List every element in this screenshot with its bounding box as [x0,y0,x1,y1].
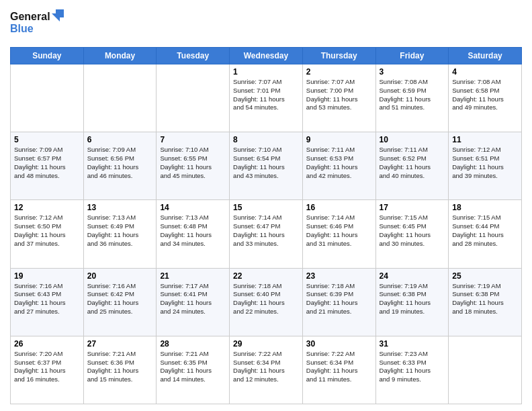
svg-marker-2 [52,13,60,21]
calendar-cell: 15Sunrise: 7:14 AMSunset: 6:47 PMDayligh… [230,200,303,268]
calendar-cell: 27Sunrise: 7:21 AMSunset: 6:36 PMDayligh… [83,336,157,404]
day-number: 15 [233,203,299,212]
day-info: Sunrise: 7:16 AMSunset: 6:43 PMDaylight:… [14,282,80,316]
calendar-cell: 1Sunrise: 7:07 AMSunset: 7:01 PMDaylight… [230,64,303,132]
day-number: 31 [380,339,445,349]
day-info: Sunrise: 7:19 AMSunset: 6:38 PMDaylight:… [380,282,445,316]
day-number: 1 [233,67,299,77]
day-number: 10 [380,135,445,144]
calendar-cell: 11Sunrise: 7:12 AMSunset: 6:51 PMDayligh… [449,132,522,200]
logo-content: General Blue [10,7,71,42]
day-number: 28 [160,339,226,349]
day-info: Sunrise: 7:21 AMSunset: 6:35 PMDaylight:… [160,350,226,384]
calendar-cell: 17Sunrise: 7:15 AMSunset: 6:45 PMDayligh… [375,200,449,268]
day-info: Sunrise: 7:22 AMSunset: 6:34 PMDaylight:… [306,350,372,384]
page: General Blue SundayMondayTuesdayWednesda… [0,0,532,411]
day-info: Sunrise: 7:15 AMSunset: 6:44 PMDaylight:… [452,214,518,248]
calendar-cell: 30Sunrise: 7:22 AMSunset: 6:34 PMDayligh… [302,336,375,404]
calendar-cell: 23Sunrise: 7:18 AMSunset: 6:39 PMDayligh… [302,268,375,336]
calendar-cell: 26Sunrise: 7:20 AMSunset: 6:37 PMDayligh… [11,336,84,404]
day-number: 21 [160,271,226,281]
day-info: Sunrise: 7:10 AMSunset: 6:54 PMDaylight:… [233,146,299,180]
calendar-cell [157,64,230,132]
calendar-cell: 8Sunrise: 7:10 AMSunset: 6:54 PMDaylight… [230,132,303,200]
day-info: Sunrise: 7:12 AMSunset: 6:51 PMDaylight:… [452,146,518,180]
day-info: Sunrise: 7:21 AMSunset: 6:36 PMDaylight:… [87,350,153,384]
day-number: 29 [233,339,299,349]
day-number: 6 [87,135,153,144]
day-info: Sunrise: 7:23 AMSunset: 6:33 PMDaylight:… [380,350,445,384]
calendar-cell: 14Sunrise: 7:13 AMSunset: 6:48 PMDayligh… [157,200,230,268]
day-info: Sunrise: 7:22 AMSunset: 6:34 PMDaylight:… [233,350,299,384]
calendar-cell: 19Sunrise: 7:16 AMSunset: 6:43 PMDayligh… [11,268,84,336]
day-number: 7 [160,135,226,144]
day-number: 11 [452,135,518,144]
day-number: 26 [14,339,80,349]
calendar-cell: 18Sunrise: 7:15 AMSunset: 6:44 PMDayligh… [449,200,522,268]
day-number: 9 [306,135,372,144]
calendar-cell: 29Sunrise: 7:22 AMSunset: 6:34 PMDayligh… [230,336,303,404]
day-number: 18 [452,203,518,212]
day-number: 27 [87,339,153,349]
svg-text:General: General [10,11,50,22]
logo-svg: General Blue [10,7,71,39]
day-number: 12 [14,203,80,212]
day-number: 2 [306,67,372,77]
calendar-cell [449,336,522,404]
calendar-cell: 3Sunrise: 7:08 AMSunset: 6:59 PMDaylight… [375,64,449,132]
day-number: 4 [452,67,518,77]
day-number: 14 [160,203,226,212]
day-info: Sunrise: 7:11 AMSunset: 6:52 PMDaylight:… [380,146,445,180]
day-info: Sunrise: 7:14 AMSunset: 6:47 PMDaylight:… [233,214,299,248]
day-info: Sunrise: 7:17 AMSunset: 6:41 PMDaylight:… [160,282,226,316]
day-number: 25 [452,271,518,281]
calendar-cell [83,64,157,132]
day-number: 23 [306,271,372,281]
calendar-table: SundayMondayTuesdayWednesdayThursdayFrid… [10,47,522,404]
day-number: 8 [233,135,299,144]
day-info: Sunrise: 7:08 AMSunset: 6:58 PMDaylight:… [452,78,518,112]
calendar-cell: 2Sunrise: 7:07 AMSunset: 7:00 PMDaylight… [302,64,375,132]
logo: General Blue [10,7,71,42]
calendar-cell [11,64,84,132]
calendar-week-0: 1Sunrise: 7:07 AMSunset: 7:01 PMDaylight… [11,64,522,132]
day-number: 17 [380,203,445,212]
day-number: 19 [14,271,80,281]
calendar-cell: 25Sunrise: 7:19 AMSunset: 6:38 PMDayligh… [449,268,522,336]
day-info: Sunrise: 7:09 AMSunset: 6:57 PMDaylight:… [14,146,80,180]
calendar-header-row: SundayMondayTuesdayWednesdayThursdayFrid… [11,48,522,64]
calendar-cell: 16Sunrise: 7:14 AMSunset: 6:46 PMDayligh… [302,200,375,268]
calendar-cell: 5Sunrise: 7:09 AMSunset: 6:57 PMDaylight… [11,132,84,200]
day-header-tuesday: Tuesday [157,48,230,64]
day-info: Sunrise: 7:18 AMSunset: 6:39 PMDaylight:… [306,282,372,316]
calendar-cell: 20Sunrise: 7:16 AMSunset: 6:42 PMDayligh… [83,268,157,336]
day-info: Sunrise: 7:08 AMSunset: 6:59 PMDaylight:… [380,78,445,112]
day-info: Sunrise: 7:07 AMSunset: 7:01 PMDaylight:… [233,78,299,112]
day-info: Sunrise: 7:14 AMSunset: 6:46 PMDaylight:… [306,214,372,248]
day-info: Sunrise: 7:15 AMSunset: 6:45 PMDaylight:… [380,214,445,248]
day-info: Sunrise: 7:18 AMSunset: 6:40 PMDaylight:… [233,282,299,316]
day-header-monday: Monday [83,48,157,64]
day-info: Sunrise: 7:10 AMSunset: 6:55 PMDaylight:… [160,146,226,180]
day-info: Sunrise: 7:13 AMSunset: 6:49 PMDaylight:… [87,214,153,248]
calendar-cell: 10Sunrise: 7:11 AMSunset: 6:52 PMDayligh… [375,132,449,200]
calendar-cell: 31Sunrise: 7:23 AMSunset: 6:33 PMDayligh… [375,336,449,404]
calendar-cell: 13Sunrise: 7:13 AMSunset: 6:49 PMDayligh… [83,200,157,268]
day-info: Sunrise: 7:12 AMSunset: 6:50 PMDaylight:… [14,214,80,248]
calendar-week-4: 26Sunrise: 7:20 AMSunset: 6:37 PMDayligh… [11,336,522,404]
day-number: 20 [87,271,153,281]
day-number: 13 [87,203,153,212]
calendar-cell: 24Sunrise: 7:19 AMSunset: 6:38 PMDayligh… [375,268,449,336]
day-info: Sunrise: 7:11 AMSunset: 6:53 PMDaylight:… [306,146,372,180]
day-number: 16 [306,203,372,212]
day-number: 22 [233,271,299,281]
day-header-friday: Friday [375,48,449,64]
calendar-cell: 7Sunrise: 7:10 AMSunset: 6:55 PMDaylight… [157,132,230,200]
calendar-week-1: 5Sunrise: 7:09 AMSunset: 6:57 PMDaylight… [11,132,522,200]
calendar-cell: 28Sunrise: 7:21 AMSunset: 6:35 PMDayligh… [157,336,230,404]
day-header-thursday: Thursday [302,48,375,64]
day-number: 24 [380,271,445,281]
calendar-week-2: 12Sunrise: 7:12 AMSunset: 6:50 PMDayligh… [11,200,522,268]
svg-text:Blue: Blue [10,23,34,34]
calendar-week-3: 19Sunrise: 7:16 AMSunset: 6:43 PMDayligh… [11,268,522,336]
